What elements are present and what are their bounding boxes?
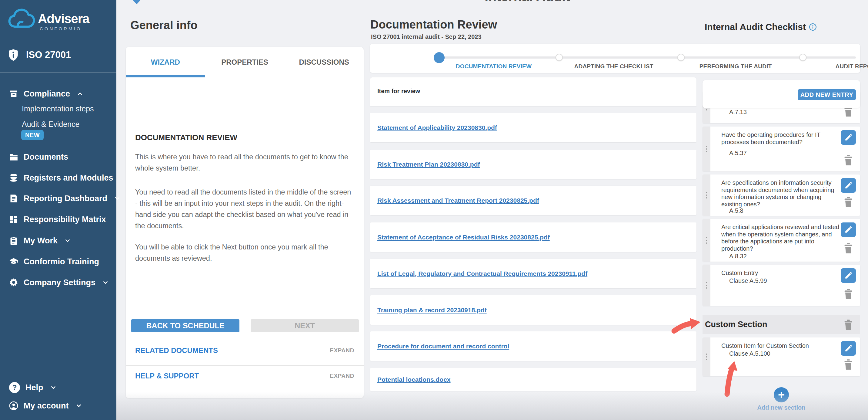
- doc-review-subtitle: ISO 27001 internal audit - Sep 22, 2023: [371, 33, 482, 40]
- entry-clause: Clause A.5.99: [729, 277, 767, 284]
- entry-question: Are specifications on information securi…: [721, 179, 842, 208]
- drag-handle[interactable]: [703, 219, 710, 261]
- report-icon: [9, 194, 18, 203]
- sidebar-item-label: Conformio Training: [24, 257, 99, 267]
- delete-entry-button[interactable]: [844, 359, 853, 370]
- drag-handle[interactable]: [703, 127, 710, 171]
- add-new-section-label[interactable]: Add new section: [745, 404, 818, 411]
- sidebar-item-label: Company Settings: [24, 278, 95, 287]
- delete-entry-button[interactable]: [844, 289, 853, 300]
- graduation-cap-icon: [9, 258, 18, 265]
- expand-help-button[interactable]: EXPAND: [330, 373, 354, 379]
- brand-subtitle: CONFORMIO: [40, 26, 82, 31]
- document-link[interactable]: List of Legal, Regulatory and Contractua…: [377, 270, 587, 277]
- tab-properties[interactable]: PROPERTIES: [205, 47, 285, 77]
- sidebar-item-label: Registers and Modules: [24, 173, 113, 183]
- brand-name: Advisera: [38, 11, 89, 26]
- sidebar-item-label: Reporting Dashboard: [24, 194, 107, 203]
- edit-entry-button[interactable]: [841, 178, 856, 193]
- edit-entry-button[interactable]: [841, 268, 856, 283]
- sidebar-item-my-work[interactable]: My Work: [9, 234, 71, 247]
- table-row: Risk Treatment Plan 20230830.pdf: [370, 149, 696, 179]
- chevron-down-icon: [75, 402, 82, 409]
- sidebar-item-iso27001[interactable]: ISO 27001: [8, 49, 71, 61]
- related-documents-label[interactable]: RELATED DOCUMENTS: [135, 346, 218, 355]
- edit-entry-button[interactable]: [841, 222, 856, 237]
- help-support-label[interactable]: HELP & SUPPORT: [135, 372, 199, 380]
- sidebar-item-compliance[interactable]: Compliance: [9, 87, 83, 101]
- sidebar-item-label: Responsibility Matrix: [24, 215, 106, 224]
- chevron-up-icon: [77, 90, 83, 97]
- sidebar-item-label: ISO 27001: [26, 50, 71, 60]
- trash-icon: [844, 359, 853, 370]
- page-title-partial: Internal Audit: [461, 0, 594, 4]
- checklist-entry: Custom Entry Clause A.5.99: [703, 264, 860, 306]
- delete-entry-button[interactable]: [844, 155, 853, 166]
- step-dot[interactable]: [556, 54, 563, 61]
- edit-entry-button[interactable]: [841, 341, 856, 356]
- sidebar-item-company-settings[interactable]: Company Settings: [9, 276, 109, 289]
- sidebar-item-audit-evidence[interactable]: Audit & Evidence: [22, 118, 80, 130]
- chevron-down-icon: [50, 384, 57, 391]
- tab-wizard[interactable]: WIZARD: [126, 47, 205, 77]
- entry-clause: A.8.32: [729, 253, 747, 260]
- document-link[interactable]: Risk Assessment and Treatment Report 202…: [377, 197, 539, 204]
- step-dot-active[interactable]: [434, 52, 444, 63]
- document-link[interactable]: Statement of Applicability 20230830.pdf: [377, 124, 497, 132]
- drag-handle[interactable]: [703, 264, 710, 306]
- drag-handle[interactable]: [703, 337, 710, 376]
- document-link[interactable]: Potential locations.docx: [377, 376, 451, 383]
- document-link[interactable]: Risk Treatment Plan 20230830.pdf: [377, 161, 480, 168]
- help-support-section: HELP & SUPPORT EXPAND: [135, 372, 354, 380]
- app-window: Internal Audit Advisera CONFORMIO ISO 27…: [0, 0, 868, 420]
- sidebar-item-my-account[interactable]: My account: [9, 399, 82, 413]
- divider: [0, 73, 116, 73]
- table-row: Risk Assessment and Treatment Report 202…: [370, 186, 696, 215]
- info-icon[interactable]: [809, 23, 817, 31]
- sidebar-item-conformio-training[interactable]: Conformio Training: [9, 255, 99, 268]
- tab-discussions[interactable]: DISCUSSIONS: [284, 47, 364, 77]
- expand-related-button[interactable]: EXPAND: [330, 347, 354, 354]
- document-link[interactable]: Procedure for document and record contro…: [377, 343, 509, 350]
- wizard-paragraph: You need to read all the documents liste…: [135, 187, 352, 231]
- related-documents-section: RELATED DOCUMENTS EXPAND: [135, 346, 354, 355]
- trash-icon: [844, 197, 853, 207]
- back-to-schedule-button[interactable]: BACK TO SCHEDULE: [131, 319, 240, 332]
- cursor-artifact-icon: [133, 0, 141, 4]
- clipboard-icon: [9, 236, 18, 245]
- drag-handle[interactable]: [703, 174, 710, 216]
- general-info-title: General info: [130, 19, 197, 32]
- document-link[interactable]: Training plan & record 20230918.pdf: [377, 307, 487, 314]
- doc-table-header: Item for review Relevant for this audit?…: [370, 77, 696, 106]
- pencil-icon: [844, 344, 852, 352]
- chevron-down-icon: [102, 279, 109, 286]
- trash-icon: [844, 155, 853, 165]
- delete-section-button[interactable]: [844, 319, 853, 331]
- next-button[interactable]: NEXT: [251, 319, 359, 332]
- archive-icon: [9, 89, 18, 98]
- delete-entry-button[interactable]: [844, 243, 853, 254]
- checklist-entry: Are critical applications reviewed and t…: [703, 219, 860, 261]
- wizard-paragraph: This is where you have to read all the d…: [135, 151, 352, 174]
- document-link[interactable]: Statement of Acceptance of Residual Risk…: [377, 234, 550, 241]
- advisera-logo[interactable]: [7, 8, 35, 29]
- delete-entry-button[interactable]: [844, 197, 853, 208]
- sidebar-item-label: Documents: [24, 152, 68, 162]
- checklist-entry: Custom Item for Custom Section Clause A.…: [703, 337, 860, 376]
- pencil-icon: [844, 181, 852, 189]
- sidebar-item-documents[interactable]: Documents: [9, 150, 68, 164]
- edit-entry-button[interactable]: [841, 130, 856, 145]
- sidebar-item-reporting-dashboard[interactable]: Reporting Dashboard: [9, 192, 121, 205]
- sidebar-item-responsibility-matrix[interactable]: Responsibility Matrix: [9, 213, 106, 226]
- step-dot[interactable]: [799, 54, 806, 61]
- plus-icon[interactable]: +: [774, 387, 789, 402]
- add-new-entry-button[interactable]: ADD NEW ENTRY: [798, 89, 856, 100]
- entry-clause: A.5.8: [729, 207, 743, 214]
- sidebar-item-implementation-steps[interactable]: Implementation steps: [22, 103, 94, 115]
- sidebar-item-registers-modules[interactable]: Registers and Modules: [9, 171, 113, 185]
- step-dot[interactable]: [677, 54, 685, 61]
- entry-clause: A.5.37: [729, 149, 747, 157]
- sidebar-item-help[interactable]: ? Help: [9, 381, 57, 394]
- wizard-step-heading: DOCUMENTATION REVIEW: [135, 133, 237, 142]
- general-info-card: WIZARD PROPERTIES DISCUSSIONS DOCUMENTAT…: [126, 47, 364, 398]
